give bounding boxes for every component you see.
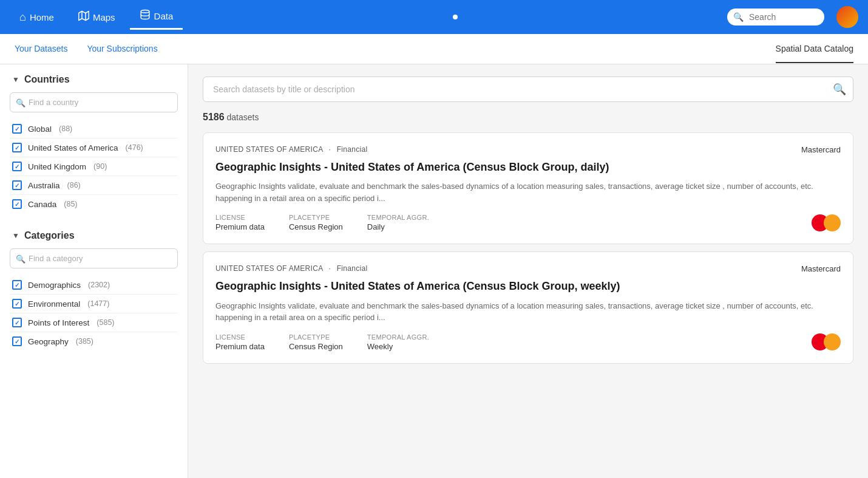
card-2-temporal-label: Temporal aggr. xyxy=(367,333,429,341)
dataset-search-wrapper: 🔍 xyxy=(203,77,853,102)
main-layout: ▼ Countries 🔍 Global (88) United States … xyxy=(0,64,868,478)
card-1-placetype-value: Census Region xyxy=(289,222,343,231)
card-1-temporal: Temporal aggr. Daily xyxy=(367,214,429,231)
card-1-placetype-label: Placetype xyxy=(289,214,343,221)
search-icon-nav: 🔍 xyxy=(733,12,744,22)
sidebar: ▼ Countries 🔍 Global (88) United States … xyxy=(0,64,188,478)
nav-indicator xyxy=(453,15,458,19)
nav-data[interactable]: Data xyxy=(130,4,183,30)
nav-search-wrapper: 🔍 xyxy=(727,9,824,26)
category-item-environmental[interactable]: Environmental (1477) xyxy=(10,295,178,313)
results-number: 5186 xyxy=(203,112,225,122)
country-checkbox-usa[interactable] xyxy=(12,143,22,152)
sub-navigation: Your Datasets Your Subscriptions Spatial… xyxy=(0,34,868,64)
nav-home[interactable]: ⌂ Home xyxy=(10,6,64,29)
subnav-your-subscriptions[interactable]: Your Subscriptions xyxy=(87,35,157,63)
card-2-provider: Mastercard xyxy=(801,264,841,273)
country-checkbox-australia[interactable] xyxy=(12,180,22,190)
nav-home-label: Home xyxy=(30,12,54,22)
category-count-demographics: (2302) xyxy=(88,281,110,289)
card-1-description: Geographic Insights validate, evaluate a… xyxy=(215,180,841,204)
category-checkbox-demographics[interactable] xyxy=(12,280,22,290)
card-1-license-label: License xyxy=(215,214,265,221)
mastercard-orange-circle xyxy=(824,214,841,231)
home-icon: ⌂ xyxy=(19,11,26,24)
category-item-demographics[interactable]: Demographics (2302) xyxy=(10,276,178,295)
country-count-usa: (476) xyxy=(126,143,143,152)
country-search-input[interactable] xyxy=(10,92,178,112)
nav-center xyxy=(188,15,722,19)
country-search-icon: 🔍 xyxy=(16,98,25,107)
subnav-your-datasets[interactable]: Your Datasets xyxy=(15,35,67,63)
country-item-canada[interactable]: Canada (85) xyxy=(10,195,178,213)
countries-chevron-icon: ▼ xyxy=(12,75,19,84)
country-label-australia: Australia xyxy=(28,181,60,190)
card-1-mastercard-logo xyxy=(812,214,841,231)
category-search-wrapper: 🔍 xyxy=(10,248,178,268)
maps-icon xyxy=(78,10,89,24)
category-label-demographics: Demographics xyxy=(28,281,81,290)
results-label: datasets xyxy=(226,112,259,122)
category-item-geography[interactable]: Geography (385) xyxy=(10,332,178,350)
country-checkbox-global[interactable] xyxy=(12,124,22,134)
country-label-uk: United Kingdom xyxy=(28,162,86,171)
card-2-license-label: License xyxy=(215,333,265,341)
country-item-global[interactable]: Global (88) xyxy=(10,120,178,138)
nav-maps-label: Maps xyxy=(93,12,115,22)
country-item-uk[interactable]: United Kingdom (90) xyxy=(10,157,178,176)
svg-point-3 xyxy=(141,10,149,13)
nav-maps[interactable]: Maps xyxy=(69,5,125,29)
card-2-placetype: Placetype Census Region xyxy=(289,333,343,351)
card-1-footer: License Premium data Placetype Census Re… xyxy=(215,214,841,231)
country-count-uk: (90) xyxy=(93,162,107,171)
country-label-global: Global xyxy=(28,125,52,134)
card-1-license: License Premium data xyxy=(215,214,265,231)
dataset-card-1[interactable]: UNITED STATES OF AMERICA · Financial Mas… xyxy=(203,132,853,244)
category-item-poi[interactable]: Points of Interest (585) xyxy=(10,313,178,332)
card-2-title: Geographic Insights - United States of A… xyxy=(215,279,841,293)
card-1-title: Geographic Insights - United States of A… xyxy=(215,160,841,174)
categories-chevron-icon: ▼ xyxy=(12,231,19,240)
card-2-temporal-value: Weekly xyxy=(367,342,429,351)
user-avatar[interactable] xyxy=(836,6,858,28)
nav-data-label: Data xyxy=(154,11,174,21)
subnav-spatial-data-catalog[interactable]: Spatial Data Catalog xyxy=(776,35,853,63)
countries-section-header[interactable]: ▼ Countries xyxy=(0,64,188,92)
main-content: 🔍 5186 datasets UNITED STATES OF AMERICA… xyxy=(188,64,868,478)
category-search-icon: 🔍 xyxy=(16,254,25,263)
dataset-search-button[interactable]: 🔍 xyxy=(833,83,846,96)
country-count-global: (88) xyxy=(59,125,72,133)
category-search-input[interactable] xyxy=(10,248,178,268)
card-2-mastercard-logo xyxy=(812,333,841,350)
card-2-dot: · xyxy=(328,264,331,273)
countries-list: Global (88) United States of America (47… xyxy=(0,120,188,213)
card-1-category: Financial xyxy=(337,145,368,154)
country-item-usa[interactable]: United States of America (476) xyxy=(10,138,178,157)
card-2-category: Financial xyxy=(337,264,368,273)
card-2-license: License Premium data xyxy=(215,333,265,351)
dataset-search-input[interactable] xyxy=(203,77,853,102)
card-2-country: UNITED STATES OF AMERICA xyxy=(215,264,323,273)
search-icon: 🔍 xyxy=(833,83,846,95)
category-count-geography: (385) xyxy=(76,337,93,346)
card-1-temporal-value: Daily xyxy=(367,222,429,231)
card-1-header: UNITED STATES OF AMERICA · Financial Mas… xyxy=(215,145,841,154)
country-checkbox-uk[interactable] xyxy=(12,162,22,171)
category-label-environmental: Environmental xyxy=(28,299,80,309)
country-checkbox-canada[interactable] xyxy=(12,199,22,209)
country-count-australia: (86) xyxy=(67,181,81,189)
category-label-poi: Points of Interest xyxy=(28,318,89,327)
category-count-environmental: (1477) xyxy=(87,299,109,308)
top-navigation: ⌂ Home Maps Data 🔍 xyxy=(0,0,868,34)
card-1-license-value: Premium data xyxy=(215,222,265,231)
svg-marker-0 xyxy=(79,11,89,20)
countries-title: Countries xyxy=(24,74,70,85)
category-checkbox-poi[interactable] xyxy=(12,318,22,327)
card-2-header: UNITED STATES OF AMERICA · Financial Mas… xyxy=(215,264,841,273)
category-checkbox-geography[interactable] xyxy=(12,336,22,346)
dataset-card-2[interactable]: UNITED STATES OF AMERICA · Financial Mas… xyxy=(203,251,853,363)
category-checkbox-environmental[interactable] xyxy=(12,299,22,309)
category-count-poi: (585) xyxy=(97,318,114,327)
categories-section-header[interactable]: ▼ Categories xyxy=(0,220,188,248)
country-item-australia[interactable]: Australia (86) xyxy=(10,176,178,195)
